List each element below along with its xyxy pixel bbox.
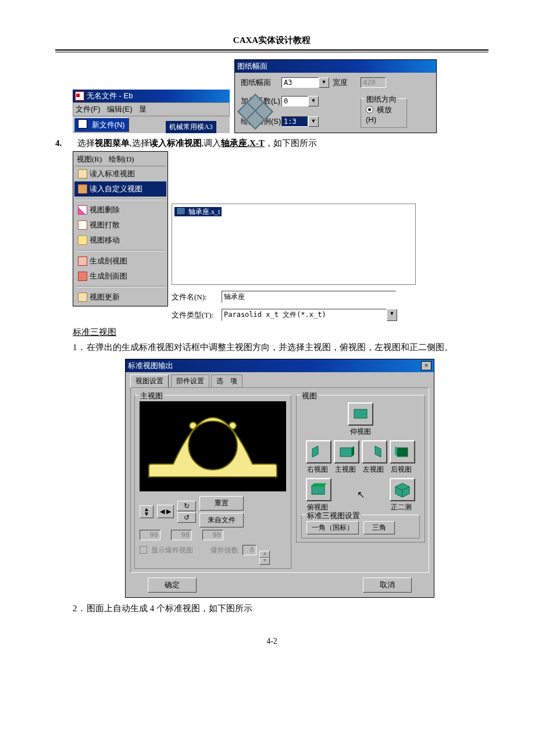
- svg-point-0: [188, 421, 237, 470]
- angle2: 90: [171, 530, 192, 540]
- svg-marker-7: [395, 446, 397, 457]
- lbl-filetype: 文件类型(T):: [172, 310, 222, 320]
- angle-third[interactable]: 三角: [363, 521, 395, 534]
- orient-group: 图纸方向: [365, 94, 398, 105]
- view-menu: 视图(R) 绘制(D) 读入标准视图 读入自定义视图 视图删除 视图打散 视图移…: [73, 151, 168, 306]
- rotate-ccw[interactable]: ↺: [177, 512, 196, 523]
- unnamed-file-window: 无名文件 - Eb 文件(F) 编辑(E) 显 新文件(N) 机械常用横A3: [73, 90, 230, 133]
- chevron-down-icon[interactable]: ▼: [319, 77, 329, 88]
- orient-landscape[interactable]: 横放(H): [366, 105, 402, 124]
- chevron-down-icon[interactable]: ▼: [308, 116, 319, 127]
- doc-icon: [78, 119, 87, 129]
- angle-first[interactable]: 一角（国标）: [306, 521, 359, 534]
- rule-bottom: [55, 52, 488, 52]
- filename-input[interactable]: 轴承座: [222, 291, 396, 303]
- svg-marker-2: [312, 446, 318, 457]
- filetype-dropdown[interactable]: Parasolid x_t 文件(*.x_t) ▼: [222, 309, 397, 321]
- cancel-button[interactable]: 取消: [363, 577, 412, 593]
- step1-text: 在弹出的生成标准视图对话框中调整主视图方向，并选择主视图，俯视图，左视图和正二侧…: [87, 340, 453, 355]
- cursor-icon: ↖: [357, 489, 365, 500]
- lbl-front: 主视图: [333, 465, 358, 475]
- file-icon: [176, 207, 186, 215]
- delete-icon: [78, 205, 87, 215]
- rotate-cw[interactable]: ↻: [177, 501, 196, 511]
- lbl-filename: 文件名(N):: [172, 292, 222, 302]
- lbl-left: 左视图: [361, 465, 386, 475]
- section-face-icon: [78, 272, 87, 281]
- new-file-btn[interactable]: 新文件(N): [74, 117, 129, 132]
- radio-icon: [366, 106, 373, 113]
- tiles-icon: [240, 97, 268, 124]
- fromfile-btn[interactable]: 来自文件: [199, 513, 244, 527]
- ok-button[interactable]: 确定: [148, 577, 197, 593]
- file-item[interactable]: 轴承座.x_t: [174, 207, 222, 216]
- angle1: 90: [140, 530, 160, 540]
- angle3: 90: [202, 530, 223, 540]
- step2-text: 图面上自动生成 4 个标准视图，如下图所示: [87, 601, 252, 616]
- unnamed-file-titlebar: 无名文件 - Eb: [73, 90, 230, 102]
- scale-dropdown[interactable]: 1:3 ▼: [281, 116, 333, 127]
- menu-edit[interactable]: 编辑(E): [107, 105, 132, 113]
- tab-part[interactable]: 部件设置: [171, 375, 209, 387]
- svg-rect-1: [354, 409, 367, 418]
- svg-rect-6: [397, 448, 408, 457]
- btn-iso-view[interactable]: [390, 478, 415, 501]
- menu-update-view[interactable]: 视图更新: [74, 290, 166, 305]
- explode-spin: ▲▼: [259, 551, 270, 565]
- move-icon: [78, 236, 87, 245]
- svg-marker-9: [312, 483, 327, 486]
- chevron-down-icon[interactable]: ▼: [387, 309, 397, 321]
- menu-delete-view[interactable]: 视图删除: [74, 202, 166, 217]
- section-heading: 标准三视图: [73, 327, 116, 337]
- explode-level-label: 爆炸级数: [211, 546, 238, 554]
- step1-num: 1．: [73, 340, 87, 355]
- dialog-tabs: 视图设置 部件设置 选 项: [130, 375, 429, 387]
- svg-rect-3: [340, 448, 352, 457]
- btn-left-view[interactable]: [362, 440, 387, 463]
- menu-file[interactable]: 文件(F): [76, 105, 101, 113]
- menu-move-view[interactable]: 视图移动: [74, 233, 166, 248]
- spin-horiz[interactable]: ◀ ▶: [157, 505, 174, 518]
- spin-vert[interactable]: ▲ ▼: [140, 505, 154, 518]
- mult-dropdown[interactable]: 0 ▼: [281, 96, 333, 106]
- read-std-icon: [78, 169, 87, 179]
- page-title: CAXA实体设计教程: [55, 35, 488, 46]
- btn-top-view[interactable]: [306, 478, 331, 501]
- menu-draw[interactable]: 绘制(D): [109, 155, 134, 163]
- reset-btn[interactable]: 重置: [199, 496, 244, 511]
- unnamed-file-title: 无名文件 - Eb: [87, 91, 133, 101]
- size-dropdown[interactable]: A3 ▼: [281, 77, 333, 88]
- btn-front-view[interactable]: [334, 440, 359, 463]
- btn-right-view[interactable]: [306, 440, 331, 463]
- chevron-down-icon[interactable]: ▼: [308, 96, 319, 106]
- close-icon[interactable]: ×: [421, 361, 431, 370]
- menu-disp[interactable]: 显: [139, 105, 147, 113]
- checkbox-icon: [140, 546, 147, 554]
- std-setting-group: 标准三视图设置: [305, 511, 362, 521]
- menu-view[interactable]: 视图(R): [77, 155, 102, 163]
- file-picker: 轴承座.x_t 文件名(N): 轴承座 文件类型(T): Parasolid x…: [172, 151, 416, 321]
- svg-rect-8: [312, 486, 324, 494]
- show-explode-check: 显示爆炸视图: [151, 546, 193, 554]
- section-view-icon: [78, 256, 87, 266]
- rule-top: [55, 49, 488, 51]
- tab-options[interactable]: 选 项: [211, 375, 242, 387]
- menu-section-view[interactable]: 生成剖视图: [74, 254, 166, 269]
- menu-read-custom[interactable]: 读入自定义视图: [74, 181, 166, 197]
- menu-section-face[interactable]: 生成剖面图: [74, 269, 166, 284]
- menu-read-std[interactable]: 读入标准视图: [74, 166, 166, 181]
- tab-view[interactable]: 视图设置: [130, 375, 169, 387]
- update-icon: [78, 293, 87, 302]
- step4-num: 4.: [55, 138, 67, 148]
- paper-title: 图纸幅面: [235, 60, 436, 73]
- read-custom-icon: [78, 184, 87, 194]
- lbl-iso: 正二测: [388, 502, 414, 512]
- lbl-back: 后视图: [388, 465, 414, 475]
- btn-bottom-view[interactable]: [348, 402, 373, 426]
- dialog-title: 标准视图输出 ×: [126, 359, 434, 372]
- template-banner: 机械常用横A3: [166, 121, 216, 133]
- btn-back-view[interactable]: [390, 440, 415, 463]
- std-view-dialog: 标准视图输出 × 视图设置 部件设置 选 项 主视图: [125, 359, 434, 598]
- svg-marker-5: [375, 446, 381, 457]
- menu-explode-view[interactable]: 视图打散: [74, 217, 166, 233]
